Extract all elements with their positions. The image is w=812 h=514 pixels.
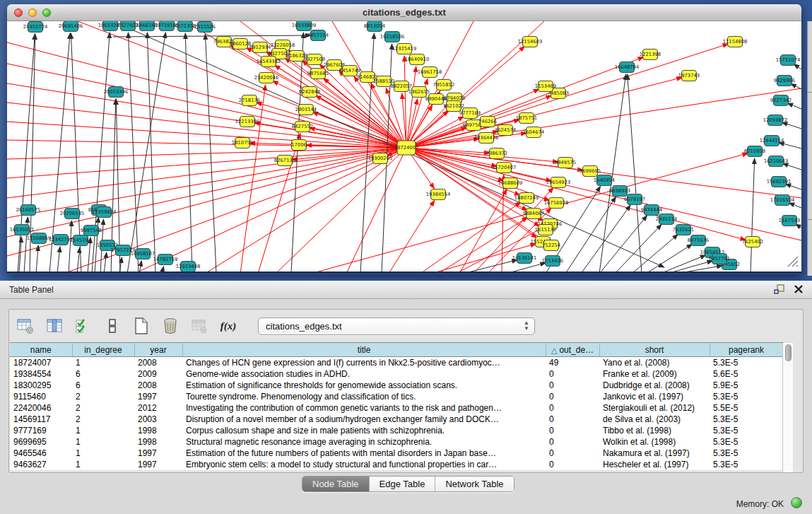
- table-cell[interactable]: 5.3E-5: [710, 436, 783, 448]
- citation-edge-red[interactable]: [273, 81, 406, 148]
- select-rows-icon[interactable]: [73, 315, 94, 337]
- table-cell[interactable]: 0: [546, 448, 599, 459]
- table-cell[interactable]: Changes of HCN gene expression and I(f) …: [182, 357, 546, 368]
- graph-node-yellow[interactable]: 1615132: [535, 225, 556, 235]
- table-cell[interactable]: Hescheler et al. (1997): [599, 459, 710, 470]
- window-titlebar[interactable]: citations_edges.txt: [7, 4, 801, 21]
- graph-node-yellow[interactable]: 2718176: [239, 95, 260, 106]
- citation-edge-red[interactable]: [7, 148, 406, 237]
- table-cell[interactable]: 0: [546, 459, 599, 470]
- column-header[interactable]: name: [10, 343, 72, 357]
- table-cell[interactable]: 9465546: [10, 448, 72, 459]
- table-row[interactable]: 1830029562008Estimation of significance …: [10, 380, 783, 391]
- table-cell[interactable]: 5.3E-5: [710, 414, 783, 425]
- graph-node-teal[interactable]: 16210643: [764, 156, 789, 167]
- graph-node-yellow[interactable]: 1810755: [232, 138, 253, 148]
- table-cell[interactable]: 49: [546, 357, 599, 368]
- graph-node-teal[interactable]: 1640954: [594, 175, 615, 186]
- table-cell[interactable]: 1997: [134, 448, 182, 459]
- graph-node-yellow[interactable]: 2803144: [295, 105, 317, 115]
- graph-node-teal[interactable]: 20206535: [60, 209, 85, 219]
- graph-node-teal[interactable]: 1145194: [70, 235, 91, 246]
- table-scrollbar-thumb[interactable]: [785, 344, 792, 361]
- table-cell[interactable]: 0: [546, 391, 599, 402]
- delete-table-disabled-icon[interactable]: [189, 315, 210, 337]
- network-canvas-container[interactable]: 1872400724355724206914061065326713276026…: [7, 21, 801, 274]
- graph-node-yellow[interactable]: 7955812: [433, 80, 454, 90]
- graph-node-teal[interactable]: 16648784: [615, 62, 640, 73]
- table-cell[interactable]: 5.3E-5: [710, 357, 783, 368]
- table-cell[interactable]: 18300295: [10, 380, 72, 391]
- table-cell[interactable]: 2003: [134, 414, 182, 425]
- citation-edge-red[interactable]: [7, 148, 406, 218]
- table-cell[interactable]: 19384554: [10, 368, 72, 380]
- citation-edge-red[interactable]: [258, 134, 300, 274]
- table-cell[interactable]: 5.6E-5: [710, 368, 783, 380]
- graph-node-teal[interactable]: 7632621: [673, 225, 694, 235]
- tab-network-table[interactable]: Network Table: [435, 477, 513, 491]
- resize-grip-icon[interactable]: [786, 255, 799, 267]
- citation-edge-black[interactable]: [77, 247, 80, 274]
- table-cell[interactable]: 5.3E-5: [710, 425, 783, 436]
- citation-edge-black[interactable]: [36, 245, 38, 274]
- table-cell[interactable]: 6: [72, 380, 134, 391]
- table-cell[interactable]: Wolkin et al. (1998): [599, 436, 710, 448]
- graph-node-teal[interactable]: 15751074: [776, 55, 801, 66]
- graph-node-yellow[interactable]: 3624574: [495, 125, 516, 136]
- table-cell[interactable]: 5.3E-5: [710, 459, 783, 470]
- table-cell[interactable]: 1: [72, 448, 134, 459]
- table-cell[interactable]: 5.5E-5: [710, 402, 783, 414]
- graph-node-teal[interactable]: 12444154: [760, 136, 784, 146]
- graph-node-yellow[interactable]: 9777169: [459, 108, 481, 119]
- table-row[interactable]: 2242004622012Investigating the contribut…: [10, 402, 783, 414]
- table-cell[interactable]: Disruption of a novel member of a sodium…: [182, 414, 546, 425]
- table-cell[interactable]: Investigating the contribution of common…: [182, 402, 546, 414]
- graph-node-teal[interactable]: 14136141: [512, 253, 537, 264]
- graph-node-yellow[interactable]: 12154603: [518, 37, 543, 47]
- table-cell[interactable]: Yano et al. (2008): [599, 357, 710, 368]
- table-cell[interactable]: 0: [546, 425, 599, 436]
- column-header[interactable]: year: [134, 343, 182, 357]
- graph-node-teal[interactable]: 15692391: [767, 177, 792, 187]
- citation-edge-black[interactable]: [615, 224, 661, 274]
- table-cell[interactable]: 0: [546, 436, 599, 448]
- table-cell[interactable]: 2009: [134, 368, 182, 380]
- graph-node-yellow[interactable]: 12325419: [392, 44, 417, 54]
- citation-edge-black[interactable]: [127, 33, 165, 274]
- citation-edge-black[interactable]: [185, 33, 192, 274]
- table-cell[interactable]: 1: [72, 459, 134, 470]
- table-row[interactable]: 911546021997Tourette syndrome. Phenomeno…: [10, 391, 783, 402]
- table-cell[interactable]: 1997: [134, 459, 182, 470]
- graph-node-yellow[interactable]: 746266: [478, 117, 497, 127]
- citation-edge-black[interactable]: [506, 263, 546, 274]
- column-header[interactable]: short: [599, 343, 710, 357]
- citation-edge-black[interactable]: [128, 33, 139, 274]
- citation-edge-black[interactable]: [599, 74, 626, 274]
- column-header[interactable]: △out_de…: [546, 343, 599, 357]
- graph-node-teal[interactable]: 9329966: [774, 76, 795, 86]
- table-cell[interactable]: Estimation of significance thresholds fo…: [182, 380, 546, 391]
- graph-node-yellow[interactable]: 1973743: [678, 71, 700, 81]
- table-cell[interactable]: 9115460: [10, 391, 72, 402]
- citation-edge-black[interactable]: [791, 83, 801, 89]
- table-cell[interactable]: Stergiakouli et al. (2012): [599, 402, 710, 414]
- graph-node-teal[interactable]: 7857224: [307, 30, 329, 41]
- graph-node-teal[interactable]: 9097548: [81, 226, 102, 236]
- graph-node-yellow[interactable]: 17006: [291, 140, 307, 151]
- graph-node-teal[interactable]: 9474444: [641, 205, 662, 216]
- graph-node-teal[interactable]: 7515526: [194, 22, 216, 33]
- graph-node-yellow[interactable]: 752254: [542, 240, 560, 251]
- citation-edge-black[interactable]: [19, 237, 21, 274]
- table-cell[interactable]: 1998: [134, 436, 182, 448]
- graph-node-teal[interactable]: 12093872: [763, 115, 788, 126]
- citation-edge-red[interactable]: [7, 148, 406, 159]
- table-cell[interactable]: 2: [72, 391, 134, 402]
- table-cell[interactable]: 18724007: [10, 357, 72, 368]
- table-scrollbar[interactable]: [782, 343, 793, 472]
- table-cell[interactable]: Tourette syndrome. Phenomenology and cla…: [182, 391, 546, 402]
- table-cell[interactable]: Genome-wide association studies in ADHD.: [182, 368, 546, 380]
- graph-node-yellow[interactable]: 10688609: [498, 178, 523, 189]
- citation-edge-red[interactable]: [240, 85, 266, 274]
- citation-edge-black[interactable]: [628, 74, 642, 274]
- table-cell[interactable]: Estimation of the future numbers of pati…: [182, 448, 546, 459]
